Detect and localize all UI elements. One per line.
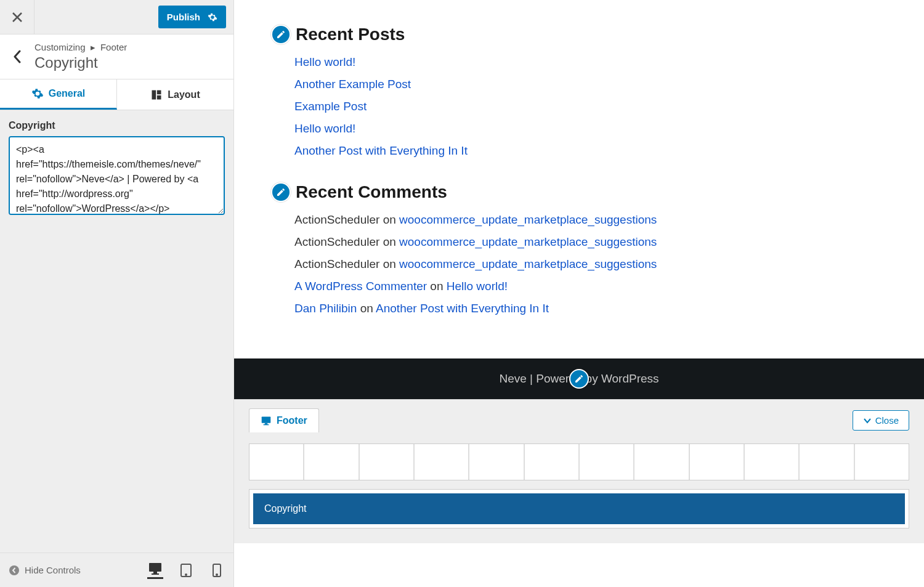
builder-cell[interactable] (855, 444, 909, 480)
comment-post-link[interactable]: Another Post with Everything In It (376, 302, 549, 315)
builder-row-bottom[interactable]: Copyright (249, 489, 909, 528)
tab-general[interactable]: General (0, 79, 117, 110)
list-item: ActionScheduler on woocommerce_update_ma… (294, 257, 887, 271)
sidebar-spacer (0, 227, 233, 553)
hide-controls-button[interactable]: Hide Controls (9, 565, 81, 576)
comment-post-link[interactable]: Hello world! (447, 280, 508, 293)
footer-sep: | (527, 372, 537, 385)
edit-shortcut-footer[interactable] (569, 369, 589, 389)
post-link[interactable]: Another Example Post (294, 78, 411, 91)
post-link[interactable]: Hello world! (294, 55, 355, 68)
builder-close-button[interactable]: Close (853, 410, 909, 431)
svg-rect-1 (157, 90, 161, 94)
post-link[interactable]: Another Post with Everything In It (294, 144, 468, 157)
builder-cell[interactable] (800, 444, 853, 480)
close-customizer-button[interactable] (0, 0, 34, 34)
post-link[interactable]: Example Post (294, 100, 367, 113)
chevron-left-circle-icon (9, 565, 20, 576)
preview-content: Recent Posts Hello world!Another Example… (234, 0, 924, 358)
desktop-preview-button[interactable] (147, 562, 163, 579)
svg-point-10 (216, 574, 217, 575)
recent-comments-list: ActionScheduler on woocommerce_update_ma… (271, 213, 887, 315)
builder-cell[interactable] (304, 444, 358, 480)
chevron-down-icon (863, 416, 872, 425)
pencil-icon (276, 30, 286, 39)
footer-theme-link[interactable]: Neve (499, 372, 526, 385)
copyright-label: Copyright (9, 120, 225, 131)
controls: Copyright (0, 110, 233, 227)
builder-cell[interactable] (525, 444, 578, 480)
comment-on-text: on (379, 213, 399, 226)
comment-author-link[interactable]: A WordPress Commenter (294, 280, 427, 293)
hide-controls-label: Hide Controls (25, 565, 81, 575)
back-button[interactable] (9, 50, 26, 63)
builder-cell[interactable] (249, 444, 303, 480)
builder-tab-footer[interactable]: Footer (249, 408, 319, 432)
svg-rect-4 (149, 563, 161, 572)
chevron-left-icon (13, 50, 22, 63)
sidebar-bottom-bar: Hide Controls (0, 553, 233, 587)
list-item: Another Post with Everything In It (294, 144, 887, 158)
comment-author: ActionScheduler (294, 213, 379, 226)
list-item: ActionScheduler on woocommerce_update_ma… (294, 235, 887, 249)
list-item: Dan Philibin on Another Post with Everyt… (294, 302, 887, 315)
comment-post-link[interactable]: woocommerce_update_marketplace_suggestio… (399, 235, 657, 248)
recent-comments-widget: Recent Comments ActionScheduler on wooco… (271, 182, 887, 315)
comment-author: ActionScheduler (294, 235, 379, 248)
mobile-icon (213, 564, 221, 577)
list-item: Another Example Post (294, 78, 887, 91)
publish-label: Publish (167, 12, 200, 22)
svg-point-8 (185, 574, 187, 575)
tab-layout-label: Layout (168, 89, 200, 100)
edit-shortcut-recent-comments[interactable] (271, 182, 291, 202)
builder-cell[interactable] (469, 444, 523, 480)
copyright-block[interactable]: Copyright (253, 493, 905, 524)
svg-rect-6 (152, 573, 159, 575)
comment-on-text: on (427, 280, 447, 293)
recent-posts-list: Hello world!Another Example PostExample … (271, 55, 887, 158)
comment-post-link[interactable]: woocommerce_update_marketplace_suggestio… (399, 257, 657, 270)
comment-on-text: on (379, 257, 399, 270)
builder-cell[interactable] (690, 444, 744, 480)
desktop-icon (148, 562, 163, 575)
builder-cell[interactable] (415, 444, 468, 480)
list-item: Hello world! (294, 122, 887, 136)
builder-cell[interactable] (745, 444, 798, 480)
list-item: A WordPress Commenter on Hello world! (294, 280, 887, 293)
comment-post-link[interactable]: woocommerce_update_marketplace_suggestio… (399, 213, 657, 226)
pencil-icon (574, 374, 584, 384)
builder-cell[interactable] (360, 444, 413, 480)
list-item: Hello world! (294, 55, 887, 69)
footer-wordpress-link[interactable]: WordPress (601, 372, 659, 385)
preview-pane: Recent Posts Hello world!Another Example… (234, 0, 924, 587)
tablet-preview-button[interactable] (178, 562, 194, 579)
tabs: General Layout (0, 79, 233, 110)
tab-general-label: General (49, 88, 86, 99)
mobile-preview-button[interactable] (209, 562, 225, 579)
svg-rect-11 (262, 416, 271, 423)
svg-rect-0 (152, 90, 156, 99)
breadcrumb: Customizing ▸ Footer (34, 42, 127, 53)
builder-cell[interactable] (580, 444, 633, 480)
list-item: ActionScheduler on woocommerce_update_ma… (294, 213, 887, 227)
pencil-icon (276, 187, 286, 197)
layout-icon (150, 89, 163, 101)
copyright-textarea[interactable] (9, 136, 225, 215)
builder-cell[interactable] (634, 444, 688, 480)
close-icon (12, 12, 23, 23)
builder-tab-label: Footer (277, 415, 307, 426)
builder-row-top[interactable] (249, 443, 909, 480)
comment-author-link[interactable]: Dan Philibin (294, 302, 357, 315)
breadcrumb-prefix: Customizing (34, 42, 86, 52)
list-item: Example Post (294, 100, 887, 113)
post-link[interactable]: Hello world! (294, 122, 355, 135)
publish-button[interactable]: Publish (158, 6, 226, 28)
edit-shortcut-recent-posts[interactable] (271, 25, 291, 44)
footer-builder-panel: Footer Close (234, 399, 924, 543)
gear-icon (208, 12, 217, 22)
tablet-icon (180, 564, 192, 577)
comment-on-text: on (357, 302, 376, 315)
recent-posts-widget: Recent Posts Hello world!Another Example… (271, 25, 887, 158)
breadcrumb-section: Footer (100, 42, 127, 52)
tab-layout[interactable]: Layout (117, 79, 233, 110)
